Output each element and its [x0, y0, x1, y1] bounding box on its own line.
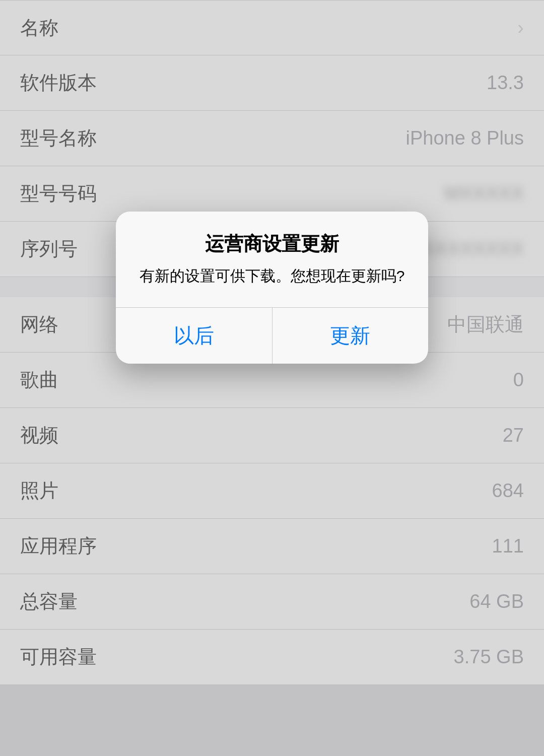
dialog-overlay: 运营商设置更新 有新的设置可供下载。您想现在更新吗? 以后 更新	[0, 0, 544, 756]
dialog-buttons: 以后 更新	[116, 307, 428, 364]
dialog-title: 运营商设置更新	[136, 232, 408, 256]
dialog-message: 有新的设置可供下载。您想现在更新吗?	[136, 264, 408, 287]
dialog-content: 运营商设置更新 有新的设置可供下载。您想现在更新吗?	[116, 212, 428, 307]
confirm-button[interactable]: 更新	[273, 308, 429, 364]
cancel-button[interactable]: 以后	[116, 308, 273, 364]
carrier-update-dialog: 运营商设置更新 有新的设置可供下载。您想现在更新吗? 以后 更新	[116, 212, 428, 364]
